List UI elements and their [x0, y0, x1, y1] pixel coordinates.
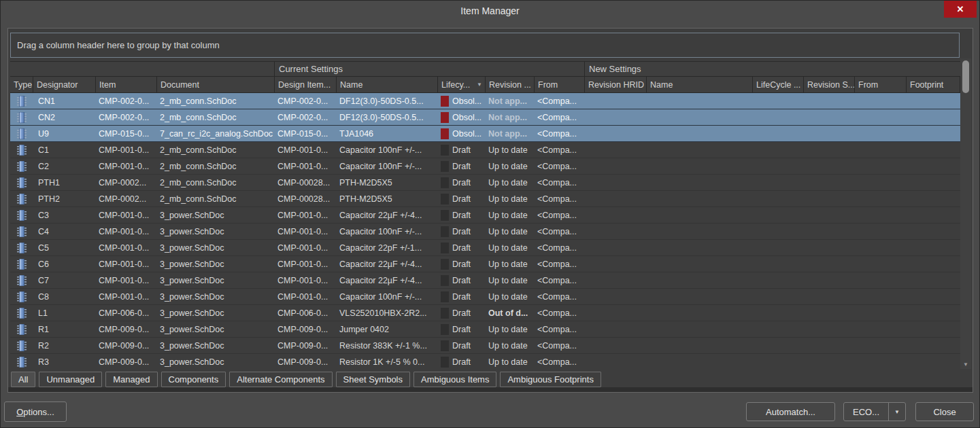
eco-button-label[interactable]: ECO... [844, 407, 888, 417]
cell-new-revision-hrid [585, 321, 647, 337]
table-row[interactable]: C5 CMP-001-0... 3_power.SchDoc CMP-001-0… [10, 240, 960, 256]
tab-alternate-components[interactable]: Alternate Components [229, 372, 332, 387]
options-button[interactable]: Options... [4, 402, 67, 422]
column-header-from-new[interactable]: From [855, 77, 907, 93]
cell-new-revision-hrid [585, 142, 647, 158]
column-header-item[interactable]: Item [96, 77, 157, 93]
cell-lifecycle: Obsol... [438, 109, 486, 125]
cell-lifecycle: Obsol... [438, 93, 486, 109]
cell-revision: Up to date [486, 175, 535, 190]
cell-design-item: CMP-00028... [275, 175, 337, 190]
cell-new-from [855, 289, 907, 304]
column-header-from-current[interactable]: From [535, 77, 585, 93]
component-type-cell [10, 240, 33, 255]
column-header-revision-status[interactable]: Revision S... [804, 77, 855, 93]
scrollbar-thumb[interactable] [962, 60, 969, 93]
column-header-design-item[interactable]: Design Item... [275, 77, 337, 93]
cell-lifecycle-label: Draft [452, 243, 471, 253]
cell-new-name [647, 289, 753, 304]
lifecycle-indicator [441, 177, 449, 188]
component-icon [17, 259, 27, 270]
cell-new-name [647, 126, 753, 141]
automatch-button[interactable]: Automatch... [746, 402, 835, 421]
column-header-footprint[interactable]: Footprint [907, 77, 960, 93]
cell-new-revision-hrid [585, 207, 647, 223]
cell-new-footprint [907, 109, 960, 125]
component-type-cell [10, 175, 33, 190]
table-row[interactable]: L1 CMP-006-0... 3_power.SchDoc CMP-006-0… [10, 305, 960, 321]
group-by-drop-zone[interactable]: Drag a column header here to group by th… [10, 33, 960, 58]
tab-managed[interactable]: Managed [105, 372, 157, 387]
tab-all[interactable]: All [11, 372, 35, 387]
item-grid-panel: Drag a column header here to group by th… [7, 28, 973, 393]
column-header-revision-hrid[interactable]: Revision HRID [585, 77, 647, 93]
close-button[interactable]: Close [915, 402, 974, 421]
cell-new-lifecycle [753, 142, 804, 158]
column-header-revision[interactable]: Revision ... [486, 77, 535, 93]
cell-lifecycle: Draft [438, 142, 486, 158]
table-row[interactable]: C6 CMP-001-0... 3_power.SchDoc CMP-001-0… [10, 256, 960, 272]
column-header-lifecycle-new[interactable]: LifeCycle ... [753, 77, 804, 93]
cell-revision: Not app... [486, 126, 535, 141]
lifecycle-indicator [441, 128, 449, 139]
cell-designator: PTH2 [33, 191, 96, 207]
cell-lifecycle: Draft [438, 272, 486, 288]
eco-split-button[interactable]: ECO... ▼ [843, 402, 906, 421]
cell-item: CMP-001-0... [96, 289, 157, 304]
table-row[interactable]: R1 CMP-009-0... 3_power.SchDoc CMP-009-0… [10, 321, 960, 338]
component-type-cell [10, 289, 33, 304]
column-header-name-current[interactable]: Name [337, 77, 438, 93]
cell-new-lifecycle [753, 207, 804, 223]
cell-item: CMP-002-0... [96, 93, 157, 109]
cell-design-item: CMP-001-0... [275, 240, 337, 255]
cell-lifecycle-label: Draft [452, 308, 471, 318]
table-row[interactable]: CN2 CMP-002-0... 2_mb_conn.SchDoc CMP-00… [10, 109, 960, 126]
cell-from: <Compa... [535, 289, 585, 304]
table-row[interactable]: CN1 CMP-002-0... 2_mb_conn.SchDoc CMP-00… [10, 93, 960, 109]
table-row[interactable]: C7 CMP-001-0... 3_power.SchDoc CMP-001-0… [10, 272, 960, 289]
table-row[interactable]: U9 CMP-015-0... 7_can_rc_i2c_analog.SchD… [10, 126, 960, 142]
vertical-scrollbar[interactable]: ▼ [960, 58, 971, 369]
table-row[interactable]: C4 CMP-001-0... 3_power.SchDoc CMP-001-0… [10, 224, 960, 240]
cell-lifecycle: Obsol... [438, 126, 486, 141]
cell-item: CMP-0002... [96, 175, 157, 190]
tab-ambiguous-footprints[interactable]: Ambiguous Footprints [500, 372, 601, 387]
scroll-down-button[interactable]: ▼ [960, 361, 971, 368]
table-row[interactable]: C2 CMP-001-0... 2_mb_conn.SchDoc CMP-001… [10, 158, 960, 175]
table-row[interactable]: C8 CMP-001-0... 3_power.SchDoc CMP-001-0… [10, 289, 960, 305]
component-type-cell [10, 191, 33, 207]
cell-new-revision-status [804, 272, 855, 288]
column-header-lifecycle[interactable]: Lifecy... ▼ [438, 77, 486, 93]
column-header-type[interactable]: Type [10, 77, 33, 93]
cell-designator: C2 [33, 158, 96, 174]
cell-name: Capacitor 100nF +/-... [337, 158, 438, 174]
close-window-button[interactable]: ✕ [944, 1, 977, 18]
table-row[interactable]: C3 CMP-001-0... 3_power.SchDoc CMP-001-0… [10, 207, 960, 224]
title-bar[interactable]: Item Manager ✕ [1, 1, 979, 22]
cell-lifecycle-label: Draft [452, 341, 471, 351]
cell-document: 3_power.SchDoc [157, 207, 275, 223]
eco-dropdown-button[interactable]: ▼ [888, 403, 905, 421]
column-header-document[interactable]: Document [157, 77, 275, 93]
table-row[interactable]: R2 CMP-009-0... 3_power.SchDoc CMP-009-0… [10, 338, 960, 354]
column-header-designator[interactable]: Designator [33, 77, 96, 93]
cell-lifecycle: Draft [438, 158, 486, 174]
table-row[interactable]: C1 CMP-001-0... 2_mb_conn.SchDoc CMP-001… [10, 142, 960, 158]
cell-document: 2_mb_conn.SchDoc [157, 158, 275, 174]
cell-item: CMP-001-0... [96, 142, 157, 158]
cell-item: CMP-002-0... [96, 109, 157, 125]
table-row[interactable]: R3 CMP-009-0... 3_power.SchDoc CMP-009-0… [10, 354, 960, 370]
lifecycle-indicator [441, 308, 449, 319]
tab-ambiguous-items[interactable]: Ambiguous Items [413, 372, 496, 387]
cell-document: 2_mb_conn.SchDoc [157, 175, 275, 190]
cell-new-footprint [907, 142, 960, 158]
tab-components[interactable]: Components [161, 372, 226, 387]
table-row[interactable]: PTH2 CMP-0002... 2_mb_conn.SchDoc CMP-00… [10, 191, 960, 207]
column-header-name-new[interactable]: Name [647, 77, 753, 93]
component-icon [17, 96, 27, 107]
table-row[interactable]: PTH1 CMP-0002... 2_mb_conn.SchDoc CMP-00… [10, 175, 960, 191]
lifecycle-indicator [441, 96, 449, 107]
cell-item: CMP-009-0... [96, 354, 157, 370]
tab-sheet-symbols[interactable]: Sheet Symbols [336, 372, 410, 387]
tab-unmanaged[interactable]: Unmanaged [39, 372, 102, 387]
